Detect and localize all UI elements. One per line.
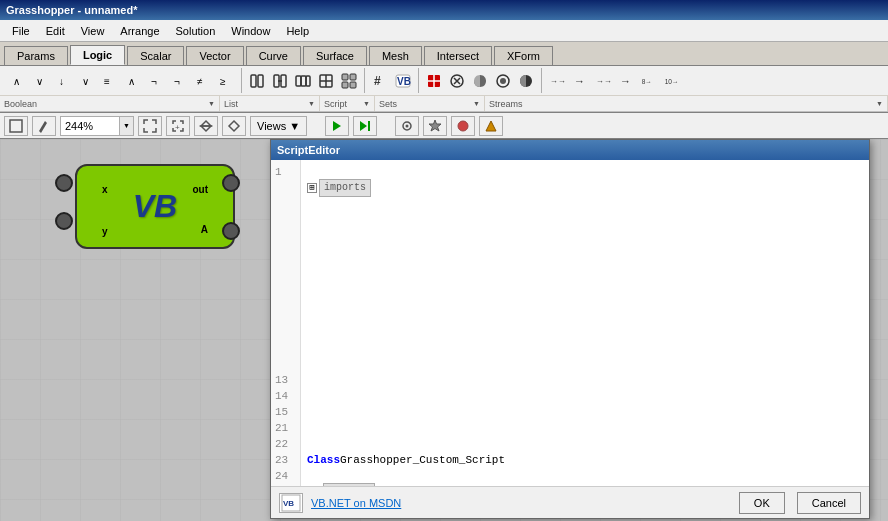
menu-help[interactable]: Help: [278, 23, 317, 39]
run-btn[interactable]: [325, 116, 349, 136]
component-body[interactable]: x y out A VB: [75, 164, 235, 249]
bool-and-btn[interactable]: ∧: [8, 70, 30, 92]
bool-not-btn[interactable]: ¬: [146, 70, 168, 92]
bool-v-btn[interactable]: ∨: [77, 70, 99, 92]
menu-arrange[interactable]: Arrange: [112, 23, 167, 39]
bool-and2-btn[interactable]: ∧: [123, 70, 145, 92]
imports-region[interactable]: imports: [319, 179, 371, 197]
streams-btn2[interactable]: →: [569, 70, 591, 92]
bool-eq-btn[interactable]: ≡: [100, 70, 122, 92]
svg-point-51: [458, 121, 468, 131]
tab-intersect[interactable]: Intersect: [424, 46, 492, 65]
streams-btn6[interactable]: 10→: [661, 70, 683, 92]
menu-view[interactable]: View: [73, 23, 113, 39]
svg-text:8→: 8→: [642, 77, 652, 84]
list-btn2[interactable]: [269, 70, 291, 92]
list-btn5[interactable]: [338, 70, 360, 92]
vbnet-icon: VB: [279, 493, 303, 513]
step-btn[interactable]: [353, 116, 377, 136]
tab-surface[interactable]: Surface: [303, 46, 367, 65]
svg-text:#: #: [374, 74, 381, 88]
list-btn1[interactable]: [246, 70, 268, 92]
canvas-btn[interactable]: [4, 116, 28, 136]
list-btn3[interactable]: [292, 70, 314, 92]
ok-button[interactable]: OK: [739, 492, 785, 514]
tab-curve[interactable]: Curve: [246, 46, 301, 65]
menu-edit[interactable]: Edit: [38, 23, 73, 39]
menu-file[interactable]: File: [4, 23, 38, 39]
port-x[interactable]: [55, 174, 73, 192]
svg-text:→→: →→: [550, 77, 565, 86]
bool-or-btn[interactable]: ∨: [31, 70, 53, 92]
nav-btn2[interactable]: [222, 116, 246, 136]
svg-text:→→: →→: [596, 77, 611, 86]
bool-down-btn[interactable]: ↓: [54, 70, 76, 92]
component-label: VB: [133, 188, 177, 225]
vbnet-link[interactable]: VB.NET on MSDN: [311, 497, 401, 509]
nav-btn1[interactable]: [194, 116, 218, 136]
views-button[interactable]: Views ▼: [250, 116, 307, 136]
list-btn4[interactable]: [315, 70, 337, 92]
port-y[interactable]: [55, 212, 73, 230]
port-a-label: A: [201, 224, 208, 235]
tab-xform[interactable]: XForm: [494, 46, 553, 65]
svg-text:≥: ≥: [220, 76, 226, 87]
svg-marker-47: [360, 121, 367, 131]
boolean-arrow[interactable]: ▼: [208, 100, 215, 107]
streams-btn3[interactable]: →→: [592, 70, 614, 92]
settings-btn3[interactable]: [451, 116, 475, 136]
menu-solution[interactable]: Solution: [168, 23, 224, 39]
streams-label: Streams ▼: [485, 96, 888, 111]
code-area[interactable]: ⊞imports Class Grasshopper_Custom_Script…: [301, 160, 869, 486]
code-line-1: ⊞imports: [307, 180, 863, 196]
svg-rect-17: [306, 76, 310, 86]
zoom-frame-btn[interactable]: +: [166, 116, 190, 136]
se-footer: VB VB.NET on MSDN OK Cancel: [271, 486, 869, 518]
svg-text:∨: ∨: [36, 76, 43, 87]
svg-text:VB: VB: [397, 76, 411, 87]
script-vb-btn[interactable]: VB: [392, 70, 414, 92]
sets-btn4[interactable]: [492, 70, 514, 92]
se-title: ScriptEditor: [277, 144, 340, 156]
script-arrow[interactable]: ▼: [363, 100, 370, 107]
streams-arrow[interactable]: ▼: [876, 100, 883, 107]
bool-neg-btn[interactable]: ¬: [169, 70, 191, 92]
list-label: List ▼: [220, 96, 320, 111]
tab-mesh[interactable]: Mesh: [369, 46, 422, 65]
expand-imports[interactable]: ⊞: [307, 183, 317, 193]
title-bar: Grasshopper - unnamed*: [0, 0, 888, 20]
sets-btn5[interactable]: [515, 70, 537, 92]
tab-vector[interactable]: Vector: [186, 46, 243, 65]
cancel-button[interactable]: Cancel: [797, 492, 861, 514]
settings-btn1[interactable]: [395, 116, 419, 136]
fit-btn[interactable]: [138, 116, 162, 136]
menu-window[interactable]: Window: [223, 23, 278, 39]
sets-btn2[interactable]: [446, 70, 468, 92]
boolean-label: Boolean ▼: [0, 96, 220, 111]
streams-btn5[interactable]: 8→: [638, 70, 660, 92]
canvas-area[interactable]: x y out A VB ScriptEditor 1 13: [0, 139, 888, 521]
svg-text:VB: VB: [283, 499, 294, 508]
bool-neq-btn[interactable]: ≠: [192, 70, 214, 92]
sets-btn1[interactable]: [423, 70, 445, 92]
vb-component[interactable]: x y out A VB: [55, 159, 240, 254]
svg-rect-22: [350, 74, 356, 80]
sets-btn3[interactable]: [469, 70, 491, 92]
port-a[interactable]: [222, 222, 240, 240]
streams-btn1[interactable]: →→: [546, 70, 568, 92]
script-hash-btn[interactable]: #: [369, 70, 391, 92]
settings-btn2[interactable]: [423, 116, 447, 136]
streams-btn4[interactable]: →: [615, 70, 637, 92]
sets-arrow[interactable]: ▼: [473, 100, 480, 107]
zoom-dropdown[interactable]: ▼: [120, 116, 134, 136]
bool-gte-btn[interactable]: ≥: [215, 70, 237, 92]
tab-params[interactable]: Params: [4, 46, 68, 65]
port-out[interactable]: [222, 174, 240, 192]
settings-btn4[interactable]: [479, 116, 503, 136]
tab-scalar[interactable]: Scalar: [127, 46, 184, 65]
tab-logic[interactable]: Logic: [70, 45, 125, 65]
sets-label: Sets ▼: [375, 96, 485, 111]
svg-point-50: [406, 124, 409, 127]
list-arrow[interactable]: ▼: [308, 100, 315, 107]
draw-btn[interactable]: [32, 116, 56, 136]
